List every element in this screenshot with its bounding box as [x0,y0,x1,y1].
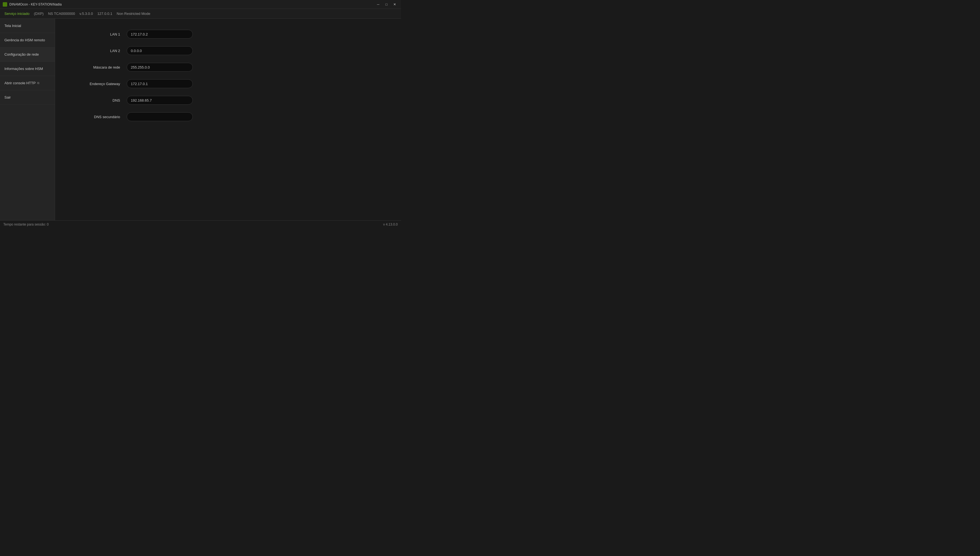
external-link-icon: ⧉ [37,81,39,85]
input-lan1[interactable] [127,30,193,39]
label-mascara: Máscara de rede [72,65,127,70]
sidebar-item-label: Gerência do HSM remoto [5,38,45,42]
sidebar-item-config-rede[interactable]: Configuração de rede [0,47,55,62]
sidebar-item-label: Informações sobre HSM [5,67,43,71]
sidebar-item-label: Sair [5,95,11,99]
input-lan2[interactable] [127,46,193,55]
form-row-lan1: LAN 1 [72,30,385,39]
label-dns2: DNS secundário [72,115,127,119]
status-bar-top: Serviço iniciado (DXP) NS TCA0000000 v.5… [0,9,401,19]
label-lan2: LAN 2 [72,49,127,53]
status-bar-bottom: Tempo restante para sessão: 0 v 4.13.0.0 [0,220,401,228]
sidebar-item-tela-inicial[interactable]: Tela Inicial [0,19,55,33]
form-row-dns: DNS [72,96,385,105]
dxp-label: (DXP) [34,11,44,16]
sidebar-item-sair[interactable]: Sair [0,91,55,105]
sidebar-item-label: Configuração de rede [5,52,39,57]
sidebar-item-label: Abrir console HTTP [5,81,36,85]
ns-label: NS TCA0000000 [48,11,75,16]
sidebar-item-gerencia-hsm[interactable]: Gerência do HSM remoto [0,33,55,47]
title-bar: DINAMOcon - KEY-STATION\Nadia ─ □ ✕ [0,0,401,9]
app-body: Tela Inicial Gerência do HSM remoto Conf… [0,19,401,220]
window-controls: ─ □ ✕ [375,2,398,7]
sidebar-item-label: Tela Inicial [5,24,21,28]
form-row-dns2: DNS secundário [72,112,385,121]
form-row-gateway: Endereço Gateway [72,79,385,88]
sidebar-item-info-hsm[interactable]: Informações sobre HSM [0,62,55,76]
input-dns[interactable] [127,96,193,105]
input-mascara[interactable] [127,63,193,71]
window-title: DINAMOcon - KEY-STATION\Nadia [10,2,375,6]
session-label: Tempo restante para sessão: [3,223,46,226]
close-button[interactable]: ✕ [391,2,398,7]
form-row-mascara: Máscara de rede [72,63,385,71]
minimize-button[interactable]: ─ [375,2,382,7]
service-status: Serviço iniciado [5,11,29,16]
form-row-lan2: LAN 2 [72,46,385,55]
input-gateway[interactable] [127,79,193,88]
session-info: Tempo restante para sessão: 0 [3,223,49,226]
label-lan1: LAN 1 [72,32,127,36]
version-label: v.5.3.0.0 [79,11,93,16]
session-value: 0 [47,223,49,226]
bottom-version: v 4.13.0.0 [383,223,398,226]
sidebar-item-abrir-console[interactable]: Abrir console HTTP ⧉ [0,76,55,91]
maximize-button[interactable]: □ [383,2,390,7]
input-dns2[interactable] [127,112,193,121]
label-gateway: Endereço Gateway [72,82,127,86]
mode-label: Non Restricted Mode [117,11,150,16]
ip-label: 127.0.0.1 [97,11,112,16]
app-logo [3,2,7,6]
label-dns: DNS [72,98,127,102]
sidebar: Tela Inicial Gerência do HSM remoto Conf… [0,19,55,220]
main-content: LAN 1 LAN 2 Máscara de rede Endereço Gat… [55,19,401,220]
